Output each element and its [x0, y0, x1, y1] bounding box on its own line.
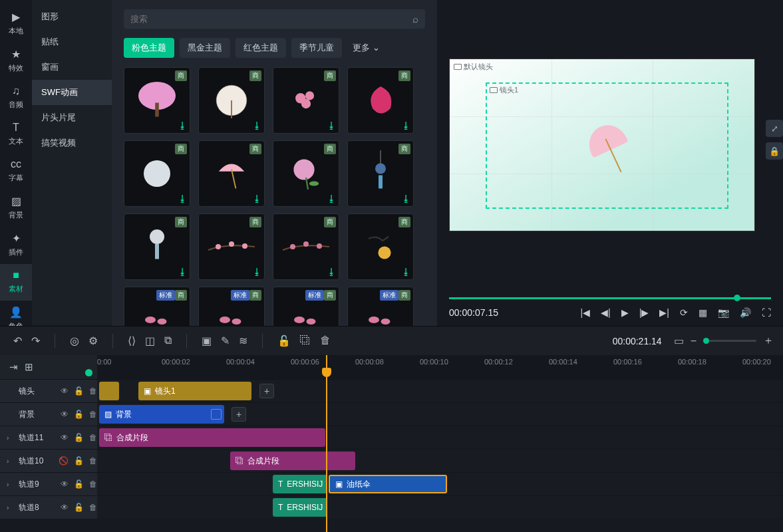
- clip-umbrella[interactable]: ▣油纸伞: [329, 475, 447, 493]
- target-icon[interactable]: ◎: [70, 334, 79, 347]
- nav-item-素材[interactable]: ■素材: [0, 264, 32, 301]
- gear-icon[interactable]: ⚙: [88, 334, 98, 347]
- asset-item[interactable]: 商⭳: [124, 213, 190, 280]
- clip-cam-start[interactable]: [99, 382, 119, 400]
- preview-progress-slider[interactable]: [449, 297, 771, 299]
- clip-camera-1[interactable]: ▣镜头1: [138, 382, 251, 400]
- preview-canvas[interactable]: 默认镜头 镜头1: [449, 59, 755, 231]
- trash-icon[interactable]: 🗑: [89, 410, 97, 419]
- sub-item[interactable]: 图形: [32, 4, 112, 29]
- download-icon[interactable]: ⭳: [178, 120, 187, 130]
- asset-item[interactable]: 标准商: [347, 287, 414, 326]
- visibility-icon[interactable]: 👁: [61, 479, 69, 489]
- download-icon[interactable]: ⭳: [402, 194, 410, 203]
- visibility-icon[interactable]: 👁: [61, 410, 69, 419]
- trash-icon[interactable]: 🗑: [89, 433, 97, 442]
- play-icon[interactable]: ▶: [621, 307, 629, 318]
- sub-item[interactable]: 窗画: [32, 55, 112, 80]
- fit-icon[interactable]: ▭: [674, 334, 684, 347]
- download-icon[interactable]: ⭳: [253, 194, 261, 203]
- filter-chip[interactable]: 季节儿童: [291, 38, 342, 58]
- add-track-icon[interactable]: ⊞: [25, 361, 33, 373]
- asset-item[interactable]: 商⭳: [124, 67, 190, 134]
- asset-item[interactable]: 商⭳: [124, 140, 190, 207]
- split-icon[interactable]: ⟨⟩: [128, 334, 136, 347]
- lock-icon[interactable]: 🔓: [74, 410, 84, 419]
- nav-item-音频[interactable]: ♫音频: [0, 80, 32, 116]
- snapshot-icon[interactable]: 📷: [718, 307, 729, 318]
- track-head-11[interactable]: ›轨道11 👁 🔓 🗑: [0, 426, 97, 449]
- clip-composite-10[interactable]: ⿻合成片段: [230, 452, 355, 470]
- timeline-playhead[interactable]: [326, 355, 327, 532]
- nav-item-特效[interactable]: ★特效: [0, 43, 32, 80]
- expand-icon[interactable]: ›: [7, 481, 13, 488]
- edit-icon[interactable]: ✎: [221, 334, 230, 347]
- lock-icon[interactable]: 🔓: [74, 503, 84, 512]
- clip-composite-11[interactable]: ⿻合成片段: [99, 428, 325, 447]
- sub-item[interactable]: 片头片尾: [32, 105, 112, 130]
- download-icon[interactable]: ⭳: [327, 120, 336, 130]
- layers-icon[interactable]: ≋: [239, 334, 247, 347]
- crop-icon[interactable]: ◫: [145, 334, 155, 347]
- visibility-icon[interactable]: 👁: [61, 433, 69, 442]
- track-head-9[interactable]: ›轨道9 👁 🔓 🗑: [0, 473, 97, 495]
- clip-text-9[interactable]: TERSHISIJ: [273, 475, 327, 493]
- expand-icon[interactable]: ›: [7, 434, 13, 442]
- zoom-in-icon[interactable]: ＋: [763, 334, 774, 348]
- fullscreen-icon[interactable]: ⛶: [762, 307, 771, 318]
- dup-icon[interactable]: ⧉: [164, 334, 172, 347]
- filter-chip[interactable]: 粉色主题: [124, 38, 174, 58]
- search-box[interactable]: ⌕: [124, 9, 425, 29]
- asset-item[interactable]: 商⭳: [273, 213, 339, 280]
- asset-item[interactable]: 商⭳: [347, 140, 414, 207]
- asset-item[interactable]: 标准商: [198, 287, 265, 326]
- goto-start-icon[interactable]: |◀: [580, 307, 590, 318]
- step-back-icon[interactable]: ◀|: [601, 307, 611, 318]
- copy-icon[interactable]: ⿻: [300, 334, 311, 347]
- nav-item-插件[interactable]: ✦插件: [0, 227, 32, 264]
- expand-icon[interactable]: ›: [7, 458, 13, 465]
- lock-icon[interactable]: 🔓: [74, 433, 84, 442]
- lock-tool-icon[interactable]: 🔓: [277, 334, 291, 347]
- asset-item[interactable]: 商⭳: [198, 140, 265, 207]
- add-inout-icon[interactable]: ⇥: [9, 361, 18, 373]
- add-clip-button[interactable]: +: [259, 384, 274, 398]
- download-icon[interactable]: ⭳: [178, 267, 187, 277]
- lock-icon[interactable]: 🔒: [766, 142, 783, 160]
- asset-item[interactable]: 商⭳: [273, 67, 339, 134]
- download-icon[interactable]: ⭳: [402, 267, 410, 277]
- nav-item-背景[interactable]: ▨背景: [0, 190, 32, 227]
- track-head-10[interactable]: ›轨道10 🚫 🔓 🗑: [0, 450, 97, 472]
- visibility-hidden-icon[interactable]: 🚫: [59, 456, 69, 466]
- volume-icon[interactable]: 🔊: [740, 307, 751, 318]
- visibility-icon[interactable]: 👁: [61, 503, 69, 512]
- sub-item[interactable]: 贴纸: [32, 29, 112, 55]
- zoom-out-icon[interactable]: −: [691, 335, 697, 347]
- goto-end-icon[interactable]: ▶|: [659, 307, 669, 318]
- add-clip-button[interactable]: +: [232, 407, 246, 422]
- overflow-icon[interactable]: ⤢: [766, 120, 783, 137]
- expand-icon[interactable]: ›: [7, 504, 13, 511]
- lock-icon[interactable]: 🔓: [74, 456, 84, 466]
- trash-icon[interactable]: 🗑: [89, 456, 97, 466]
- asset-item[interactable]: 商⭳: [347, 213, 414, 280]
- nav-item-本地[interactable]: ▶本地: [0, 5, 32, 43]
- trash-icon[interactable]: 🗑: [89, 503, 97, 512]
- trash-icon[interactable]: 🗑: [89, 386, 97, 396]
- clip-text-8[interactable]: TERSHISIJ: [273, 498, 327, 517]
- download-icon[interactable]: ⭳: [402, 120, 410, 130]
- clip-background[interactable]: ▨背景: [99, 405, 224, 424]
- filter-chip[interactable]: 红色主题: [235, 38, 286, 58]
- download-icon[interactable]: ⭳: [178, 194, 187, 203]
- undo-icon[interactable]: ↶: [13, 334, 22, 347]
- timeline-ruler[interactable]: 0:0000:00:0200:00:0400:00:0600:00:0800:0…: [97, 355, 783, 379]
- download-icon[interactable]: ⭳: [253, 267, 261, 277]
- sub-item[interactable]: SWF动画: [32, 80, 112, 105]
- delete-icon[interactable]: 🗑: [320, 334, 331, 347]
- download-icon[interactable]: ⭳: [327, 267, 336, 277]
- filter-chip[interactable]: 黑金主题: [180, 38, 230, 58]
- download-icon[interactable]: ⭳: [327, 194, 336, 203]
- lock-icon[interactable]: 🔓: [74, 479, 84, 489]
- trash-icon[interactable]: 🗑: [89, 479, 97, 489]
- redo-icon[interactable]: ↷: [31, 334, 40, 347]
